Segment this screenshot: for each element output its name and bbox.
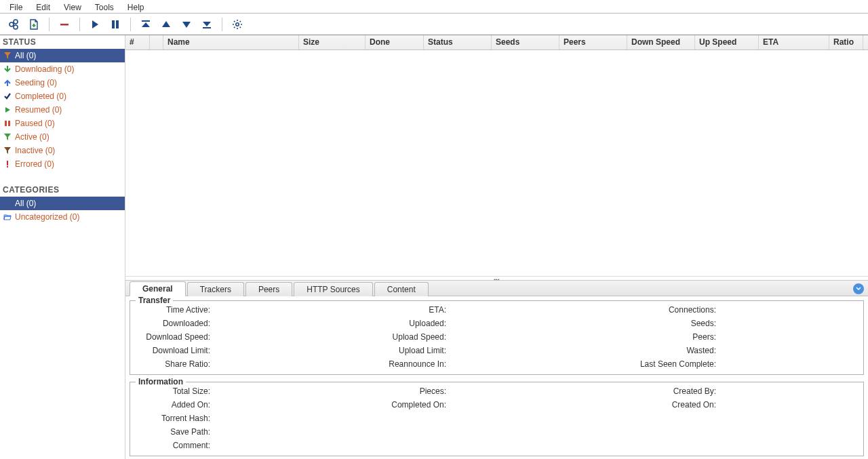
column-header-ratio[interactable]: Ratio [829, 35, 863, 49]
svg-rect-4 [112, 20, 115, 28]
information-legend: Information [136, 377, 186, 386]
field-label: Peers: [608, 332, 716, 342]
play-green-icon [3, 105, 12, 115]
field-label: Created On: [608, 400, 716, 410]
column-header-size[interactable]: Size [299, 35, 366, 49]
link-icon [7, 18, 20, 31]
field-label: Reannounce In: [372, 359, 446, 369]
field-value [719, 359, 858, 369]
collapse-details-button[interactable] [853, 283, 864, 294]
category-item-1[interactable]: Uncategorized (0) [0, 210, 125, 224]
sidebar-categories-header: CATEGORIES [0, 183, 125, 197]
field-label: Wasted: [608, 346, 716, 355]
field-label: ETA: [372, 305, 446, 315]
sidebar: STATUS All (0)Downloading (0)Seeding (0)… [0, 35, 125, 459]
toolbar-separator [222, 18, 222, 31]
column-header-seeds[interactable]: Seeds [492, 35, 559, 49]
status-item-5[interactable]: Paused (0) [0, 117, 125, 130]
tab-content[interactable]: Content [374, 282, 429, 296]
settings-button[interactable] [228, 16, 247, 33]
move-top-button[interactable] [136, 16, 155, 33]
field-value [213, 441, 858, 450]
transfer-fieldset: Transfer Time Active:ETA:Connections:Dow… [130, 300, 864, 375]
field-label: Completed On: [372, 400, 446, 410]
menu-help[interactable]: Help [121, 1, 151, 12]
column-header-eta[interactable]: ETA [759, 35, 829, 49]
field-label: Pieces: [372, 386, 446, 396]
up-icon [160, 18, 172, 31]
field-label: Seeds: [608, 319, 716, 328]
resume-button[interactable] [85, 16, 104, 33]
torrent-list-body[interactable] [125, 50, 868, 276]
move-bottom-button[interactable] [197, 16, 216, 33]
svg-rect-7 [203, 27, 211, 28]
toolbar [0, 14, 868, 35]
top-icon [140, 18, 152, 31]
status-item-label: Errored (0) [15, 159, 54, 169]
column-header-up-speed[interactable]: Up Speed [695, 35, 759, 49]
status-item-0[interactable]: All (0) [0, 49, 125, 62]
column-header-#[interactable]: # [125, 35, 150, 49]
field-value [213, 414, 858, 423]
tab-peers[interactable]: Peers [245, 282, 292, 296]
menu-view[interactable]: View [57, 1, 88, 12]
status-item-8[interactable]: Errored (0) [0, 157, 125, 171]
field-value [213, 359, 369, 369]
remove-button[interactable] [55, 16, 74, 33]
svg-rect-10 [8, 121, 10, 126]
column-header-status[interactable]: Status [424, 35, 492, 49]
field-value [213, 305, 369, 315]
category-item-0[interactable]: All (0) [0, 197, 125, 210]
menubar: File Edit View Tools Help [0, 0, 868, 14]
column-header-col1[interactable] [150, 35, 163, 49]
menu-edit[interactable]: Edit [29, 1, 57, 12]
column-header-done[interactable]: Done [366, 35, 424, 49]
transfer-legend: Transfer [136, 296, 173, 305]
tab-general[interactable]: General [130, 281, 186, 296]
field-value [213, 427, 858, 437]
field-value [213, 332, 369, 342]
move-down-button[interactable] [177, 16, 196, 33]
status-item-7[interactable]: Inactive (0) [0, 144, 125, 157]
pause-button[interactable] [106, 16, 125, 33]
menu-tools[interactable]: Tools [88, 1, 121, 12]
column-header-down-speed[interactable]: Down Speed [627, 35, 695, 49]
details-tabbar: GeneralTrackersPeersHTTP SourcesContent [125, 280, 868, 296]
field-value [449, 305, 605, 315]
tab-http-sources[interactable]: HTTP Sources [294, 282, 372, 296]
status-item-4[interactable]: Resumed (0) [0, 103, 125, 117]
field-label: Total Size: [136, 386, 210, 396]
status-item-3[interactable]: Completed (0) [0, 89, 125, 103]
field-value [213, 400, 369, 410]
funnel-orange-icon [3, 51, 12, 60]
status-item-6[interactable]: Active (0) [0, 130, 125, 144]
column-header-name[interactable]: Name [163, 35, 299, 49]
svg-rect-11 [7, 161, 8, 165]
add-torrent-file-button[interactable] [24, 16, 43, 33]
folder-open-icon [3, 212, 12, 222]
svg-rect-9 [5, 121, 7, 126]
arrow-up-blue-icon [3, 78, 12, 87]
bang-red-icon [3, 159, 12, 169]
move-up-button[interactable] [157, 16, 176, 33]
field-value [449, 346, 605, 355]
status-item-label: All (0) [15, 51, 36, 60]
category-item-label: All (0) [15, 199, 36, 208]
field-value [449, 386, 605, 396]
column-header-peers[interactable]: Peers [559, 35, 627, 49]
field-value [213, 319, 369, 328]
menu-file[interactable]: File [3, 1, 29, 12]
svg-point-8 [236, 22, 239, 25]
file-plus-icon [28, 18, 40, 31]
tab-trackers[interactable]: Trackers [187, 282, 244, 296]
information-fieldset: Information Total Size:Pieces:Created By… [130, 382, 864, 456]
status-item-2[interactable]: Seeding (0) [0, 76, 125, 89]
field-value [719, 319, 858, 328]
status-item-1[interactable]: Downloading (0) [0, 62, 125, 76]
details-panel: GeneralTrackersPeersHTTP SourcesContent … [125, 280, 868, 459]
field-label: Connections: [608, 305, 716, 315]
field-label: Upload Limit: [372, 346, 446, 355]
add-torrent-link-button[interactable] [4, 16, 23, 33]
svg-rect-3 [60, 24, 68, 26]
svg-rect-5 [116, 20, 119, 28]
